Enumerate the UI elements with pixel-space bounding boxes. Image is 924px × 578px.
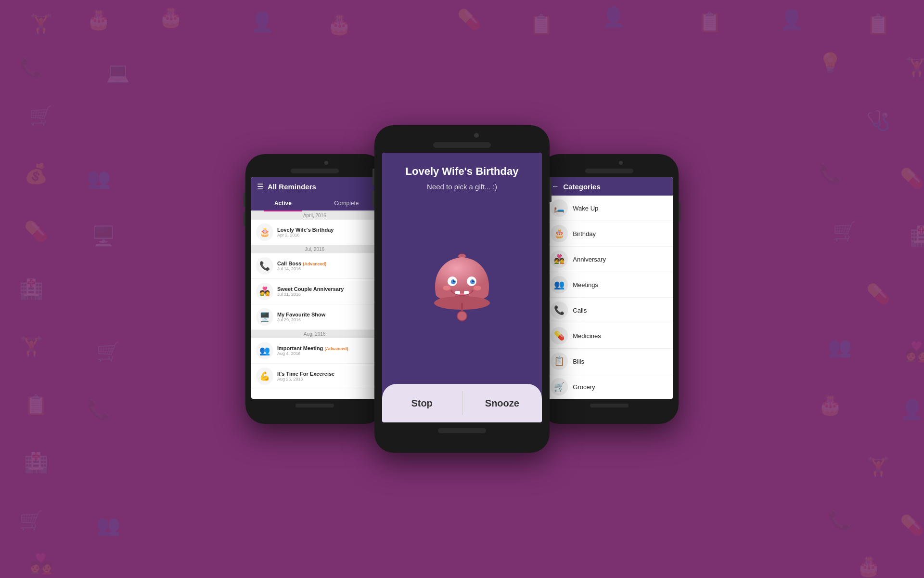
left-phone-screen: ☰ All Reminders Active Complete April, 2… (251, 177, 378, 399)
bg-icon-14: 💡 (818, 53, 842, 72)
bg-icon-34: 🎂 (818, 395, 842, 414)
grocery-icon: 🛒 (551, 378, 568, 395)
center-power (550, 178, 552, 202)
svg-point-13 (443, 286, 450, 290)
birthday-icon: 🎂 (256, 223, 273, 241)
bg-icon-39: 👥 (96, 515, 120, 535)
bg-icon-27: 💊 (866, 284, 890, 303)
bg-icon-8: 👤 (602, 7, 626, 26)
bg-icon-18: 💰 (24, 164, 48, 183)
bg-icon-40: 📞 (828, 511, 852, 530)
reminder-meeting[interactable]: 👥 Important Meeting (Advanced) Aug 4, 20… (251, 338, 378, 364)
bg-icon-12: 📞 (19, 58, 43, 77)
bg-icon-32: 📋 (24, 395, 48, 414)
left-bottom-btn (295, 404, 334, 407)
bg-icon-24: 🛒 (833, 222, 857, 241)
right-phone-notch (585, 169, 633, 173)
reminder-birthday[interactable]: 🎂 Lovely Wife's Birthday Apr 2, 2016 (251, 220, 378, 245)
vol-down-btn (244, 212, 245, 226)
bg-icon-28: 🏋️ (19, 337, 43, 356)
tab-active[interactable]: Active (251, 196, 315, 210)
category-bills[interactable]: 📋 Bills (546, 349, 673, 374)
bg-icon-19: 👥 (87, 169, 111, 188)
anniversary-text: Sweet Couple Anniversary Jul 21, 2016 (277, 286, 373, 297)
bg-icon-33: 📞 (87, 400, 111, 419)
bg-icon-15: 🏋️ (905, 58, 924, 77)
bg-icon-30: 👥 (828, 337, 852, 356)
bg-icon-16: 🛒 (29, 106, 53, 125)
category-meetings[interactable]: 👥 Meetings (546, 272, 673, 298)
bg-icon-5: 🎂 (327, 14, 351, 34)
meeting-title: Important Meeting (Advanced) (277, 345, 373, 351)
category-birthday[interactable]: 🎂 Birthday (546, 221, 673, 247)
category-calls[interactable]: 📞 Calls (546, 298, 673, 323)
right-phone-screen: ← Categories 🛏️ Wake Up 🎂 Birthday 💑 Ann… (546, 177, 673, 399)
category-grocery[interactable]: 🛒 Grocery (546, 374, 673, 399)
tabs-row: Active Complete (251, 196, 378, 211)
center-phone-screen: Lovely Wife's Birthday Need to pick a gi… (382, 153, 542, 422)
stop-button[interactable]: Stop (382, 384, 462, 422)
event-subtitle: Need to pick a gift... :) (417, 183, 507, 198)
show-text: My Favourite Show Jul 29, 2016 (277, 312, 373, 322)
callboss-title: Call Boss (Advanced) (277, 261, 373, 266)
back-arrow-icon[interactable]: ← (552, 182, 559, 191)
meeting-icon: 👥 (256, 342, 273, 359)
calls-icon: 📞 (551, 302, 568, 319)
snooze-button[interactable]: Snooze (462, 384, 542, 422)
category-anniversary[interactable]: 💑 Anniversary (546, 247, 673, 272)
exercise-text: It's Time For Excercise Aug 25, 2016 (277, 371, 373, 381)
bg-icon-29: 🛒 (96, 342, 120, 361)
birthday-title: Lovely Wife's Birthday (277, 227, 373, 233)
exercise-date: Aug 25, 2016 (277, 377, 373, 381)
bills-label: Bills (573, 358, 584, 365)
anniversary-title: Sweet Couple Anniversary (277, 286, 373, 292)
bills-icon: 📋 (551, 353, 568, 370)
center-phone-camera (474, 133, 479, 138)
hamburger-icon[interactable]: ☰ (257, 182, 264, 191)
svg-point-10 (472, 280, 474, 282)
tab-complete[interactable]: Complete (315, 196, 378, 210)
bg-icon-38: 🛒 (19, 511, 43, 530)
reminder-exercise[interactable]: 💪 It's Time For Excercise Aug 25, 2016 (251, 364, 378, 389)
bell-container (424, 198, 500, 384)
cat-birthday-icon: 🎂 (551, 225, 568, 242)
category-wakeup[interactable]: 🛏️ Wake Up (546, 196, 673, 221)
meeting-badge: (Advanced) (324, 346, 348, 351)
call-icon: 📞 (256, 257, 273, 275)
bg-icon-13: 💻 (106, 63, 130, 82)
cat-anniversary-icon: 💑 (551, 250, 568, 268)
anniversary-icon: 💑 (256, 283, 273, 300)
medicines-label: Medicines (573, 332, 601, 340)
right-phone-camera (619, 161, 623, 165)
reminder-callboss[interactable]: 📞 Call Boss (Advanced) Jul 14, 2016 (251, 253, 378, 279)
svg-point-9 (453, 280, 455, 282)
center-vol-down (372, 190, 374, 207)
bg-icon-35: 👤 (900, 400, 924, 419)
show-title: My Favourite Show (277, 312, 373, 317)
callboss-badge: (Advanced) (303, 262, 326, 266)
left-app-header: ☰ All Reminders (251, 177, 378, 196)
bg-icon-25: 🏥 (910, 226, 924, 246)
callboss-text: Call Boss (Advanced) Jul 14, 2016 (277, 261, 373, 271)
right-bottom-btn (590, 404, 629, 407)
section-aug: Aug, 2016 (251, 330, 378, 338)
bg-icon-7: 📋 (529, 14, 553, 34)
section-jul: Jul, 2016 (251, 245, 378, 253)
svg-point-12 (474, 279, 475, 280)
grocery-label: Grocery (573, 383, 595, 391)
center-app: Lovely Wife's Birthday Need to pick a gi… (382, 153, 542, 422)
phone-center: Lovely Wife's Birthday Need to pick a gi… (374, 125, 550, 453)
birthday-label: Birthday (573, 230, 596, 237)
category-medicines[interactable]: 💊 Medicines (546, 323, 673, 349)
bg-icon-36: 🏥 (24, 453, 48, 472)
calls-label: Calls (573, 307, 587, 314)
bg-icon-3: 🎂 (159, 7, 183, 26)
reminder-anniversary[interactable]: 💑 Sweet Couple Anniversary Jul 21, 2016 (251, 279, 378, 304)
callboss-date: Jul 14, 2016 (277, 266, 373, 271)
svg-rect-15 (455, 291, 460, 294)
anniversary-date: Jul 21, 2016 (277, 292, 373, 297)
reminder-show[interactable]: 🖥️ My Favourite Show Jul 29, 2016 (251, 304, 378, 330)
wakeup-icon: 🛏️ (551, 199, 568, 217)
bg-icon-4: 👤 (250, 12, 274, 31)
right-power (679, 202, 680, 222)
